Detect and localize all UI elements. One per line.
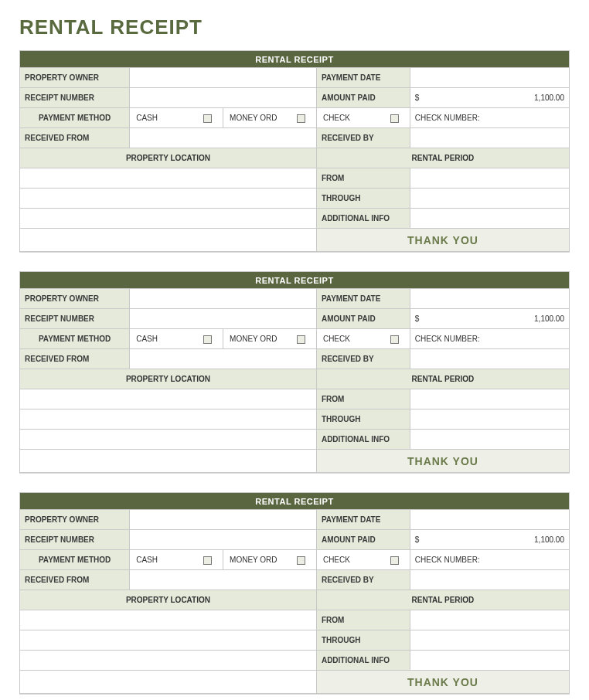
- thank-you: THANK YOU: [316, 671, 569, 694]
- amount-paid-label: AMOUNT PAID: [316, 530, 410, 550]
- from-value[interactable]: [410, 168, 569, 189]
- payment-date-label: PAYMENT DATE: [316, 510, 410, 530]
- checkbox-icon[interactable]: [203, 335, 212, 344]
- received-by-value[interactable]: [410, 128, 569, 148]
- property-location-line[interactable]: [20, 651, 317, 671]
- received-by-label: RECEIVED BY: [316, 128, 410, 148]
- rental-receipt: RENTAL RECEIPT PROPERTY OWNER PAYMENT DA…: [19, 50, 570, 253]
- money-order-option[interactable]: MONEY ORD: [223, 108, 317, 128]
- from-value[interactable]: [410, 610, 569, 630]
- property-owner-label: PROPERTY OWNER: [20, 68, 130, 88]
- money-order-option[interactable]: MONEY ORD: [223, 329, 317, 349]
- rental-period-header: RENTAL PERIOD: [316, 369, 569, 389]
- check-option[interactable]: CHECK: [316, 550, 410, 570]
- through-label: THROUGH: [316, 630, 410, 651]
- received-from-value[interactable]: [130, 128, 317, 148]
- money-order-label: MONEY ORD: [230, 556, 277, 564]
- received-by-value[interactable]: [410, 349, 569, 369]
- amount-paid-value[interactable]: $ 1,100.00: [410, 88, 569, 108]
- receipt-number-value[interactable]: [130, 88, 317, 108]
- property-owner-value[interactable]: [130, 289, 317, 309]
- receipt-number-value[interactable]: [130, 309, 317, 329]
- received-from-label: RECEIVED FROM: [20, 128, 130, 148]
- rental-receipt: RENTAL RECEIPT PROPERTY OWNER PAYMENT DA…: [19, 492, 570, 695]
- property-location-line[interactable]: [20, 189, 317, 209]
- property-location-header: PROPERTY LOCATION: [20, 590, 317, 610]
- through-label: THROUGH: [316, 189, 410, 209]
- from-label: FROM: [316, 168, 410, 189]
- receipt-header: RENTAL RECEIPT: [20, 493, 570, 510]
- property-location-line[interactable]: [20, 671, 317, 694]
- cash-option[interactable]: CASH: [130, 550, 223, 570]
- received-from-value[interactable]: [130, 570, 317, 590]
- amount-value: 1,100.00: [534, 93, 564, 102]
- property-location-line[interactable]: [20, 630, 317, 651]
- from-value[interactable]: [410, 389, 569, 409]
- receipt-number-value[interactable]: [130, 530, 317, 550]
- payment-method-label: PAYMENT METHOD: [20, 329, 130, 349]
- property-location-line[interactable]: [20, 209, 317, 229]
- through-label: THROUGH: [316, 409, 410, 430]
- received-from-value[interactable]: [130, 349, 317, 369]
- payment-date-label: PAYMENT DATE: [316, 68, 410, 88]
- currency-symbol: $: [415, 535, 420, 544]
- payment-date-value[interactable]: [410, 510, 569, 530]
- thank-you: THANK YOU: [316, 450, 569, 473]
- receipt-header: RENTAL RECEIPT: [20, 272, 570, 289]
- property-location-line[interactable]: [20, 409, 317, 430]
- currency-symbol: $: [415, 314, 420, 323]
- property-location-line[interactable]: [20, 389, 317, 409]
- checkbox-icon[interactable]: [203, 114, 212, 123]
- property-owner-value[interactable]: [130, 68, 317, 88]
- property-location-line[interactable]: [20, 229, 317, 252]
- through-value[interactable]: [410, 409, 569, 430]
- checkbox-icon[interactable]: [297, 556, 305, 565]
- additional-info-value[interactable]: [410, 209, 569, 229]
- check-number-field[interactable]: CHECK NUMBER:: [410, 108, 569, 128]
- checkbox-icon[interactable]: [390, 556, 399, 565]
- checkbox-icon[interactable]: [297, 335, 305, 344]
- checkbox-icon[interactable]: [203, 556, 212, 565]
- payment-date-value[interactable]: [410, 68, 569, 88]
- money-order-label: MONEY ORD: [230, 335, 277, 343]
- money-order-option[interactable]: MONEY ORD: [223, 550, 317, 570]
- payment-date-value[interactable]: [410, 289, 569, 309]
- property-location-header: PROPERTY LOCATION: [20, 369, 317, 389]
- amount-paid-value[interactable]: $ 1,100.00: [410, 530, 569, 550]
- payment-method-label: PAYMENT METHOD: [20, 108, 130, 128]
- check-option[interactable]: CHECK: [316, 329, 410, 349]
- property-owner-value[interactable]: [130, 510, 317, 530]
- through-value[interactable]: [410, 630, 569, 651]
- property-location-line[interactable]: [20, 450, 317, 473]
- cash-option[interactable]: CASH: [130, 108, 223, 128]
- property-location-line[interactable]: [20, 168, 317, 189]
- additional-info-value[interactable]: [410, 430, 569, 450]
- property-location-line[interactable]: [20, 610, 317, 630]
- through-value[interactable]: [410, 189, 569, 209]
- payment-method-label: PAYMENT METHOD: [20, 550, 130, 570]
- amount-paid-label: AMOUNT PAID: [316, 309, 410, 329]
- property-location-line[interactable]: [20, 430, 317, 450]
- received-by-value[interactable]: [410, 570, 569, 590]
- check-label: CHECK: [323, 335, 350, 343]
- check-number-label: CHECK NUMBER:: [415, 114, 480, 122]
- check-number-field[interactable]: CHECK NUMBER:: [410, 329, 569, 349]
- rental-period-header: RENTAL PERIOD: [316, 148, 569, 168]
- received-by-label: RECEIVED BY: [316, 570, 410, 590]
- additional-info-label: ADDITIONAL INFO: [316, 430, 410, 450]
- check-number-field[interactable]: CHECK NUMBER:: [410, 550, 569, 570]
- additional-info-value[interactable]: [410, 651, 569, 671]
- payment-date-label: PAYMENT DATE: [316, 289, 410, 309]
- check-option[interactable]: CHECK: [316, 108, 410, 128]
- rental-period-header: RENTAL PERIOD: [316, 590, 569, 610]
- amount-value: 1,100.00: [534, 314, 564, 323]
- check-label: CHECK: [323, 556, 350, 564]
- cash-label: CASH: [136, 114, 158, 122]
- checkbox-icon[interactable]: [390, 335, 399, 344]
- cash-option[interactable]: CASH: [130, 329, 223, 349]
- checkbox-icon[interactable]: [297, 114, 305, 123]
- page-title: RENTAL RECEIPT: [19, 15, 570, 39]
- amount-paid-value[interactable]: $ 1,100.00: [410, 309, 569, 329]
- checkbox-icon[interactable]: [390, 114, 399, 123]
- received-from-label: RECEIVED FROM: [20, 570, 130, 590]
